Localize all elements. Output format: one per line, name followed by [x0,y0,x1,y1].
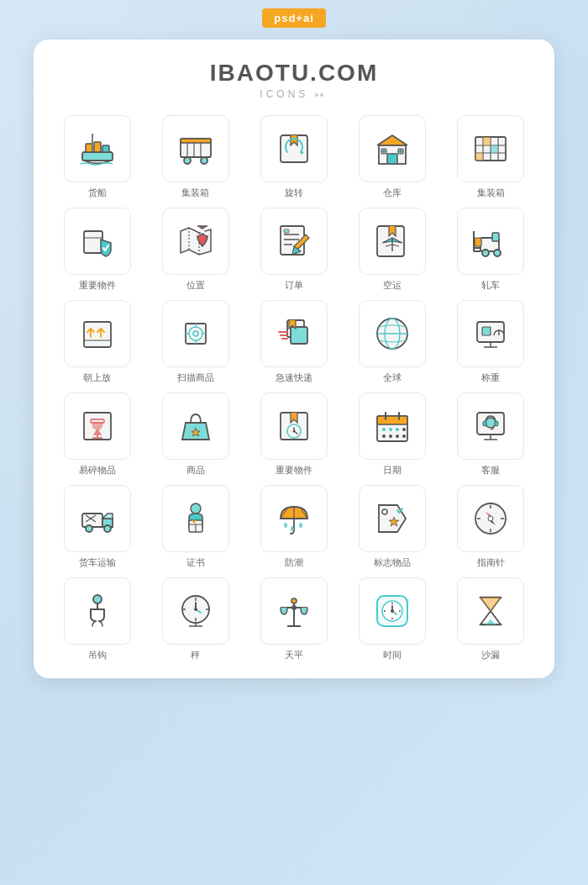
icon-box [260,392,328,460]
top-badge: psd+ai [262,8,326,28]
icon-label: 客服 [481,464,500,477]
icon-label: 秤 [191,649,200,661]
icon-item-moisture: 防潮 [247,485,340,569]
icon-box [162,208,229,275]
icon-label: 仓库 [383,187,402,199]
svg-rect-67 [482,327,491,335]
icon-label: 时间 [383,649,402,661]
svg-rect-95 [495,421,498,426]
icon-item-certificate: 证书 [149,485,242,569]
icon-item-location: 位置 [149,208,242,292]
icon-box [457,577,524,645]
svg-point-46 [482,250,489,256]
icon-label: 易碎物品 [79,464,116,477]
icon-label: 全球 [383,371,402,384]
site-title: IBAOTU.COM [50,60,538,87]
icon-label: 集装箱 [477,187,505,199]
icon-box [64,392,131,460]
icon-box [64,115,131,182]
svg-point-132 [291,605,297,610]
icon-box [64,208,131,275]
icon-label: 指南针 [477,556,505,569]
svg-rect-81 [377,416,407,424]
icon-item-air-transport: 空运 [346,208,439,292]
svg-rect-30 [491,145,498,153]
icon-item-warehouse: 仓库 [346,115,439,199]
icon-box [64,485,131,552]
icon-label: 商品 [186,464,205,477]
svg-point-84 [382,428,386,431]
svg-point-127 [194,608,197,611]
svg-rect-32 [84,231,102,253]
icon-item-fragile-up: 朝上放 [50,300,144,384]
icon-label: 集装箱 [181,187,209,199]
icon-item-important-item: 重要物件 [50,208,144,292]
icon-label: 扫描商品 [177,371,214,384]
svg-rect-1 [86,144,92,152]
icon-box [64,300,131,367]
icon-label: 日期 [383,464,402,477]
icon-item-rotate: 旋转 [247,115,340,199]
svg-point-79 [292,430,295,433]
icon-label: 位置 [186,279,205,292]
icon-item-time: 时间 [346,577,439,661]
svg-rect-59 [291,327,307,344]
icon-box [260,485,328,552]
icon-label: 沙漏 [481,649,500,661]
icon-box [359,115,426,182]
icon-item-order: 订单 [247,208,340,292]
icon-item-truck: 货车运输 [50,485,144,569]
icon-item-container-grid: 集装箱 [444,115,538,199]
icon-label: 订单 [285,279,303,292]
svg-rect-0 [82,152,113,161]
icon-box [260,300,328,367]
svg-rect-3 [102,145,109,152]
svg-point-89 [389,435,392,438]
icon-item-date: 日期 [346,392,439,477]
icon-box [457,485,524,552]
svg-point-100 [104,525,111,532]
svg-point-47 [494,250,501,256]
svg-point-109 [299,523,302,528]
svg-point-134 [291,598,297,603]
svg-point-143 [391,609,394,613]
icons-grid: 货船 集装箱 [50,115,538,661]
icon-item-landmark: 标志物品 [346,485,439,569]
icon-item-compass: 指南针 [444,485,538,569]
icon-item-forklift: 轧车 [444,208,538,292]
icon-label: 重要物件 [276,464,312,477]
svg-point-85 [389,428,392,431]
icon-label: 急速快递 [276,371,312,384]
icon-item-customer-service: 客服 [444,392,538,477]
icon-box [359,208,426,275]
icon-item-important-box: 重要物件 [247,392,340,477]
icon-label: 重要物件 [79,279,116,292]
icon-item-cargo-ship: 货船 [50,115,144,199]
svg-rect-2 [94,142,101,152]
svg-point-87 [402,428,406,431]
icon-label: 称重 [481,371,500,384]
icon-item-scan-item: 扫描商品 [149,300,242,384]
svg-point-110 [382,509,387,514]
svg-point-11 [201,157,207,164]
icon-label: 空运 [383,279,402,292]
icon-item-global: 全球 [346,300,439,384]
icon-box [162,485,229,552]
icon-item-container-box: 集装箱 [149,115,242,199]
svg-point-116 [488,516,493,521]
svg-point-86 [396,428,399,431]
icon-box [162,392,229,460]
icon-box [359,392,426,460]
svg-rect-29 [483,137,491,145]
icon-label: 旋转 [285,187,303,199]
svg-rect-9 [181,139,211,143]
svg-point-99 [86,525,92,532]
icon-item-fragile: 易碎物品 [50,392,144,477]
icon-box [64,577,131,645]
svg-rect-48 [475,238,481,246]
icon-item-express: 急速快递 [247,300,340,384]
icon-label: 天平 [285,649,303,661]
icon-item-hourglass: 沙漏 [444,577,538,661]
icon-box [457,115,524,182]
svg-point-117 [93,595,102,603]
